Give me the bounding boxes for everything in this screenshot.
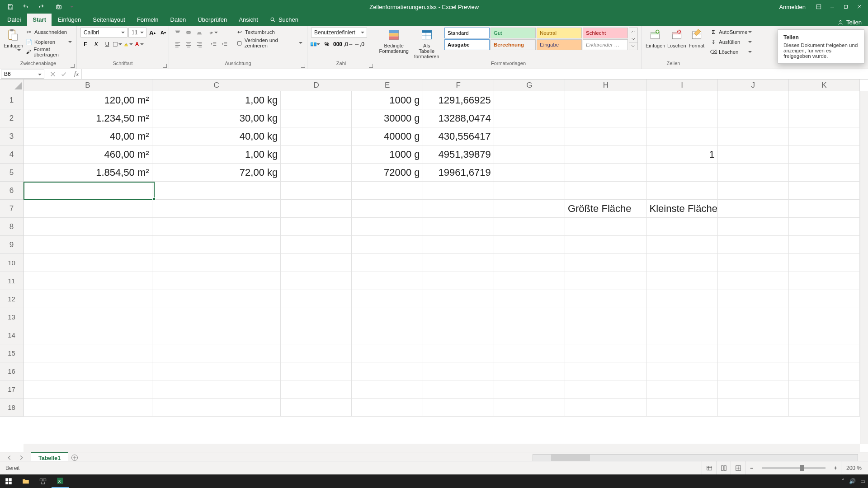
cell-H8[interactable] bbox=[565, 218, 647, 236]
cell-I1[interactable] bbox=[647, 91, 718, 109]
col-header-G[interactable]: G bbox=[494, 80, 565, 91]
cell-G16[interactable] bbox=[494, 362, 565, 380]
row-header-7[interactable]: 7 bbox=[0, 200, 24, 218]
cell-E5[interactable]: 72000 g bbox=[352, 164, 423, 182]
cell-K12[interactable] bbox=[789, 290, 860, 308]
style-berechnung[interactable]: Berechnung bbox=[491, 39, 536, 50]
increase-font-icon[interactable]: A▴ bbox=[147, 28, 157, 38]
format-as-table-button[interactable]: Als Tabelle formatieren bbox=[412, 28, 442, 57]
cell-K2[interactable] bbox=[789, 109, 860, 127]
cell-K10[interactable] bbox=[789, 254, 860, 272]
cell-J8[interactable] bbox=[718, 218, 789, 236]
cell-J1[interactable] bbox=[718, 91, 789, 109]
cell-H2[interactable] bbox=[565, 109, 647, 127]
row-header-17[interactable]: 17 bbox=[0, 380, 24, 399]
row-header-15[interactable]: 15 bbox=[0, 344, 24, 362]
row-header-14[interactable]: 14 bbox=[0, 326, 24, 344]
cell-H3[interactable] bbox=[565, 127, 647, 145]
bold-icon[interactable]: F bbox=[80, 39, 90, 49]
file-explorer-icon[interactable] bbox=[17, 474, 34, 488]
view-page-break-icon[interactable] bbox=[731, 461, 745, 475]
cell-J6[interactable] bbox=[718, 182, 789, 200]
tab-suchen[interactable]: Suchen bbox=[264, 14, 304, 26]
cell-D16[interactable] bbox=[281, 362, 352, 380]
tab-ansicht[interactable]: Ansicht bbox=[233, 14, 264, 26]
align-top-icon[interactable] bbox=[173, 28, 183, 38]
cell-E14[interactable] bbox=[352, 326, 423, 344]
cell-F1[interactable]: 1291,66925 bbox=[423, 91, 494, 109]
conditional-formatting-button[interactable]: Bedingte Formatierung bbox=[379, 28, 409, 57]
cell-C18[interactable] bbox=[152, 399, 281, 417]
dialog-launcher-icon[interactable] bbox=[161, 62, 167, 68]
row-header-16[interactable]: 16 bbox=[0, 362, 24, 380]
cell-G8[interactable] bbox=[494, 218, 565, 236]
task-view-icon[interactable] bbox=[34, 474, 52, 488]
close-icon[interactable] bbox=[853, 0, 866, 14]
cell-E6[interactable] bbox=[352, 182, 423, 200]
row-header-12[interactable]: 12 bbox=[0, 290, 24, 308]
cell-E17[interactable] bbox=[352, 380, 423, 399]
percent-format-icon[interactable]: % bbox=[322, 39, 332, 49]
clear-button[interactable]: ⌫Löschen bbox=[709, 47, 753, 56]
sheet-horizontal-scrollbar[interactable] bbox=[533, 454, 858, 461]
dialog-launcher-icon[interactable] bbox=[69, 62, 75, 68]
excel-taskbar-icon[interactable]: X bbox=[52, 474, 69, 488]
cell-C9[interactable] bbox=[152, 236, 281, 254]
row-header-3[interactable]: 3 bbox=[0, 127, 24, 145]
cell-E8[interactable] bbox=[352, 218, 423, 236]
cell-K18[interactable] bbox=[789, 399, 860, 417]
number-format-select[interactable]: Benutzerdefiniert bbox=[311, 28, 367, 38]
cell-C12[interactable] bbox=[152, 290, 281, 308]
cell-K17[interactable] bbox=[789, 380, 860, 399]
cell-I4[interactable]: 1 bbox=[647, 145, 718, 164]
cell-C4[interactable]: 1,00 kg bbox=[152, 145, 281, 164]
cell-G14[interactable] bbox=[494, 326, 565, 344]
cell-I12[interactable] bbox=[647, 290, 718, 308]
col-header-I[interactable]: I bbox=[647, 80, 718, 91]
tab-uberprufen[interactable]: Überprüfen bbox=[192, 14, 232, 26]
col-header-E[interactable]: E bbox=[352, 80, 423, 91]
align-right-icon[interactable] bbox=[194, 39, 204, 49]
cell-J15[interactable] bbox=[718, 344, 789, 362]
row-header-18[interactable]: 18 bbox=[0, 399, 24, 417]
cell-B15[interactable] bbox=[24, 344, 152, 362]
cell-B6[interactable] bbox=[24, 182, 152, 200]
cell-F13[interactable] bbox=[423, 308, 494, 326]
cell-I15[interactable] bbox=[647, 344, 718, 362]
cell-F7[interactable] bbox=[423, 200, 494, 218]
cell-D1[interactable] bbox=[281, 91, 352, 109]
col-header-D[interactable]: D bbox=[281, 80, 352, 91]
cell-J3[interactable] bbox=[718, 127, 789, 145]
cell-B12[interactable] bbox=[24, 290, 152, 308]
cell-B14[interactable] bbox=[24, 326, 152, 344]
cell-C8[interactable] bbox=[152, 218, 281, 236]
cell-F15[interactable] bbox=[423, 344, 494, 362]
cell-J12[interactable] bbox=[718, 290, 789, 308]
font-name-select[interactable]: Calibri bbox=[80, 28, 127, 38]
cell-I13[interactable] bbox=[647, 308, 718, 326]
cell-I7[interactable]: Kleinste Fläche bbox=[647, 200, 718, 218]
cell-B7[interactable] bbox=[24, 200, 152, 218]
cell-H7[interactable]: Größte Fläche bbox=[565, 200, 647, 218]
cell-F11[interactable] bbox=[423, 272, 494, 290]
view-normal-icon[interactable] bbox=[702, 461, 716, 475]
cell-I3[interactable] bbox=[647, 127, 718, 145]
cell-D17[interactable] bbox=[281, 380, 352, 399]
share-button[interactable]: Teilen bbox=[833, 19, 868, 26]
cell-I16[interactable] bbox=[647, 362, 718, 380]
cell-C17[interactable] bbox=[152, 380, 281, 399]
cut-button[interactable]: ✂Ausschneiden bbox=[24, 28, 73, 37]
tray-chevron-icon[interactable]: ˄ bbox=[842, 478, 844, 484]
cell-E13[interactable] bbox=[352, 308, 423, 326]
cell-C14[interactable] bbox=[152, 326, 281, 344]
cell-K4[interactable] bbox=[789, 145, 860, 164]
row-header-5[interactable]: 5 bbox=[0, 164, 24, 182]
cell-D5[interactable] bbox=[281, 164, 352, 182]
cell-J10[interactable] bbox=[718, 254, 789, 272]
cell-C7[interactable] bbox=[152, 200, 281, 218]
tray-action-center-icon[interactable]: ▭ bbox=[860, 478, 865, 484]
cell-K11[interactable] bbox=[789, 272, 860, 290]
col-header-K[interactable]: K bbox=[789, 80, 860, 91]
row-header-8[interactable]: 8 bbox=[0, 218, 24, 236]
cell-H1[interactable] bbox=[565, 91, 647, 109]
